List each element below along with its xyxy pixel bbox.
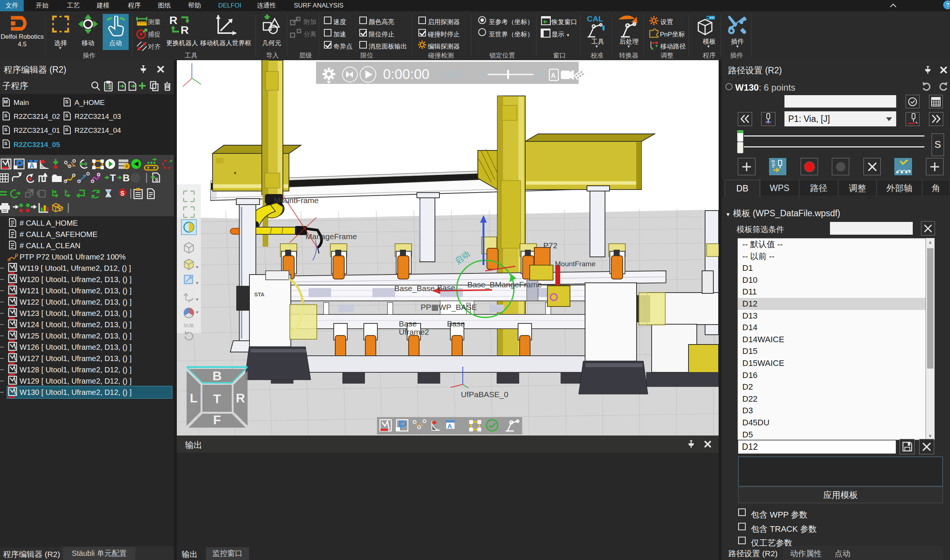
svg-text:W125 [ Utool1, Uframe2, D13,: W125 [ Utool1, Uframe2, D13, () ] <box>20 332 132 340</box>
svg-text:S: S <box>120 190 125 197</box>
svg-text:R2ZC3214_05: R2ZC3214_05 <box>14 141 60 149</box>
svg-text:M: M <box>4 99 8 105</box>
svg-text:W129 [ Utool1, Uframe2, D12,: W129 [ Utool1, Uframe2, D12, () ] <box>20 377 132 385</box>
svg-text:Base: Base <box>447 319 465 328</box>
svg-text:R2ZC3214_01: R2ZC3214_01 <box>14 126 60 135</box>
svg-text:# CALL A_SAFEHOME: # CALL A_SAFEHOME <box>20 230 97 239</box>
svg-text:W128 [ Utool1, Uframe2, D12,: W128 [ Utool1, Uframe2, D12, () ] <box>20 366 132 374</box>
svg-text:PTP P72 Utool1 Uframe2 100%: PTP P72 Utool1 Uframe2 100% <box>20 253 126 261</box>
svg-text:P72: P72 <box>543 241 557 250</box>
svg-text:F: F <box>213 412 221 427</box>
svg-text:A: A <box>447 423 452 430</box>
svg-text:S: S <box>4 141 8 146</box>
svg-text:W130 [ Utool1, Uframe2, D12,: W130 [ Utool1, Uframe2, D12, () ] <box>20 388 132 396</box>
svg-text:Main: Main <box>14 98 29 106</box>
svg-text:R2ZC3214_02: R2ZC3214_02 <box>14 112 60 121</box>
svg-text:A_HOME: A_HOME <box>74 98 105 107</box>
svg-text:W121 [ Utool1, Uframe2, D13,: W121 [ Utool1, Uframe2, D13, () ] <box>20 286 132 295</box>
svg-text:L: L <box>190 391 198 405</box>
svg-text:R2ZC3214_04: R2ZC3214_04 <box>74 126 121 135</box>
svg-text:W124 [ Utool1, Uframe2, D13,: W124 [ Utool1, Uframe2, D13, () ] <box>20 320 132 329</box>
svg-text:B: B <box>123 172 130 183</box>
svg-text:R2ZC3214_03: R2ZC3214_03 <box>74 112 121 121</box>
svg-text:W122 [ Utool1, Uframe2, D13,: W122 [ Utool1, Uframe2, D13, () ] <box>20 298 132 306</box>
svg-text:Base: Base <box>399 319 417 328</box>
svg-text:MountFrame: MountFrame <box>274 196 319 205</box>
svg-text:ManageFrame: ManageFrame <box>305 232 357 241</box>
svg-text:S: S <box>65 127 68 132</box>
svg-text:R: R <box>236 391 245 405</box>
svg-text:S: S <box>4 113 8 118</box>
svg-text:UfPaBASE_0: UfPaBASE_0 <box>461 390 508 399</box>
svg-text:S: S <box>65 99 68 105</box>
svg-text:W126 [ Utool1, Uframe2, D13,: W126 [ Utool1, Uframe2, D13, () ] <box>20 343 132 351</box>
svg-text:S: S <box>65 113 68 118</box>
svg-text:MountFrame: MountFrame <box>555 260 596 268</box>
svg-text:Uframe2: Uframe2 <box>399 328 429 336</box>
svg-text:R: R <box>180 24 189 35</box>
svg-text:# CALL A_HOME: # CALL A_HOME <box>20 219 78 228</box>
svg-text:A: A <box>551 72 556 79</box>
svg-text:A: A <box>29 162 34 169</box>
svg-text:SUB: SUB <box>183 323 194 328</box>
svg-text:T: T <box>110 172 116 183</box>
svg-text:× 1.0: × 1.0 <box>440 69 460 79</box>
svg-text:B: B <box>212 369 222 383</box>
svg-text:STA: STA <box>254 291 265 297</box>
svg-text:Base: Base <box>437 283 455 292</box>
svg-text:0:00:00: 0:00:00 <box>383 66 429 82</box>
svg-text:Base_BMangeFrame: Base_BMangeFrame <box>467 280 542 289</box>
svg-text:W123 [ Utool1, Uframe2, D13,: W123 [ Utool1, Uframe2, D13, () ] <box>20 309 132 317</box>
svg-text:W119 [ Utool1, Uframe2, D12,: W119 [ Utool1, Uframe2, D12, () ] <box>20 264 131 272</box>
svg-text:PP▦WP_BASE: PP▦WP_BASE <box>420 303 477 312</box>
svg-text:# CALL A_CLEAN: # CALL A_CLEAN <box>20 242 80 250</box>
svg-text:R: R <box>169 14 178 26</box>
svg-text:W127 [ Utool1, Uframe2, D13,: W127 [ Utool1, Uframe2, D13, () ] <box>20 354 132 363</box>
svg-text:T: T <box>213 392 221 406</box>
svg-text:S: S <box>4 127 8 132</box>
svg-text:W120 [ Utool1, Uframe2, D13,: W120 [ Utool1, Uframe2, D13, () ] <box>20 275 132 283</box>
svg-text:Base_Base: Base_Base <box>394 284 434 293</box>
svg-text:S: S <box>155 177 159 182</box>
